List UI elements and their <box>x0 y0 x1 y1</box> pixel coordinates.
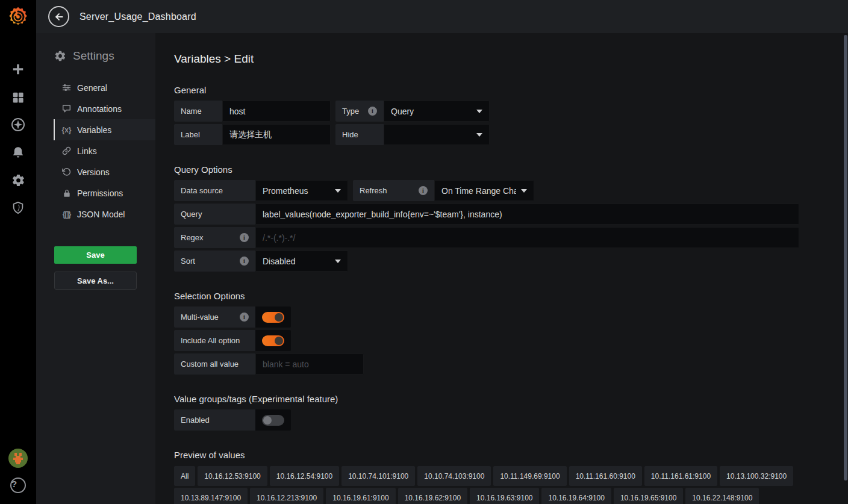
section-heading: Preview of values <box>174 450 848 460</box>
section-preview: Preview of values All10.16.12.53:910010.… <box>174 450 848 504</box>
save-as-button[interactable]: Save As... <box>54 272 137 290</box>
preview-values-list: All10.16.12.53:910010.16.12.54:910010.10… <box>174 466 810 504</box>
include-all-toggle[interactable] <box>255 330 291 351</box>
page-title: Variables > Edit <box>174 52 848 66</box>
query-label: Query <box>174 204 255 225</box>
nav-item-links[interactable]: Links <box>54 140 155 161</box>
scrollbar-thumb[interactable] <box>844 35 847 481</box>
name-label: Name <box>174 101 222 122</box>
custom-all-value-input[interactable] <box>255 353 364 375</box>
dashboards-icon[interactable] <box>11 90 25 104</box>
nav-item-versions[interactable]: Versions <box>54 161 155 182</box>
server-admin-shield-icon[interactable] <box>11 201 25 215</box>
section-value-groups: Value groups/tags (Experimental feature)… <box>174 394 848 431</box>
label-input[interactable] <box>222 124 331 145</box>
preview-value-chip: 10.13.89.147:9100 <box>174 488 248 504</box>
section-selection-options: Selection Options Multi-valuei Include A… <box>174 291 848 375</box>
lock-icon <box>61 189 72 198</box>
multi-value-toggle[interactable] <box>255 306 291 328</box>
hide-select[interactable] <box>384 124 490 145</box>
explore-compass-icon[interactable] <box>11 117 25 132</box>
refresh-select[interactable]: On Time Range Change <box>434 180 534 201</box>
grafana-logo[interactable] <box>0 0 36 33</box>
data-source-select[interactable]: Prometheus <box>255 180 348 201</box>
section-heading: Query Options <box>174 164 848 175</box>
preview-value-chip: 10.16.12.213:9100 <box>250 488 323 504</box>
multi-value-label: Multi-valuei <box>174 306 255 328</box>
help-icon[interactable]: ? <box>10 478 26 493</box>
top-navbar: Server_Usage_Dashboard <box>36 0 848 33</box>
name-input[interactable] <box>222 101 331 122</box>
regex-input[interactable] <box>255 227 799 248</box>
info-icon[interactable]: i <box>368 107 377 116</box>
preview-value-chip: 10.16.19.62:9100 <box>398 488 467 504</box>
preview-value-chip: All <box>174 466 195 486</box>
back-button[interactable] <box>48 6 69 27</box>
query-input[interactable] <box>255 204 799 225</box>
preview-value-chip: 10.16.12.53:9100 <box>198 466 267 486</box>
nav-item-label: Variables <box>77 125 111 135</box>
user-avatar[interactable] <box>8 449 28 468</box>
info-icon[interactable]: i <box>240 233 249 242</box>
nav-item-label: Permissions <box>77 188 123 198</box>
type-select[interactable]: Query <box>384 101 490 122</box>
nav-item-json-model[interactable]: {[]} JSON Model <box>54 204 155 225</box>
section-general: General Name Typei Query Label Hide <box>174 85 848 145</box>
nav-item-general[interactable]: General <box>54 77 155 98</box>
json-braces-icon: {[]} <box>61 210 72 219</box>
toggle-pill <box>262 335 284 346</box>
help-glyph: ? <box>11 479 17 489</box>
preview-value-chip: 10.11.161.61:9100 <box>644 466 717 486</box>
refresh-label: Refreshi <box>353 180 434 201</box>
preview-value-chip: 10.16.19.64:9100 <box>541 488 611 504</box>
nav-item-label: Links <box>77 146 97 156</box>
braces-x-icon: {x} <box>61 126 72 134</box>
save-button[interactable]: Save <box>54 246 137 264</box>
settings-header: Settings <box>36 49 155 63</box>
alerting-bell-icon[interactable] <box>11 145 25 160</box>
settings-sidebar: Settings General Annotations {x} Variabl… <box>36 33 155 504</box>
info-icon[interactable]: i <box>240 313 249 322</box>
custom-all-value-label: Custom all value <box>174 353 255 375</box>
sort-select[interactable]: Disabled <box>255 250 348 272</box>
section-query-options: Query Options Data source Prometheus Ref… <box>174 164 848 272</box>
nav-item-label: Annotations <box>77 104 122 114</box>
preview-value-chip: 10.10.74.101:9100 <box>341 466 415 486</box>
nav-item-label: Versions <box>77 167 110 177</box>
chevron-down-icon <box>521 189 527 193</box>
chevron-down-icon <box>335 260 341 263</box>
chevron-down-icon <box>476 110 482 113</box>
preview-value-chip: 10.16.19.63:9100 <box>470 488 539 504</box>
dashboard-title: Server_Usage_Dashboard <box>80 11 196 22</box>
nav-item-label: General <box>77 83 107 93</box>
sort-label: Sorti <box>174 250 255 272</box>
section-heading: Selection Options <box>174 291 848 301</box>
nav-item-permissions[interactable]: Permissions <box>54 182 155 204</box>
settings-title: Settings <box>73 49 114 63</box>
nav-buttons: Save Save As... <box>54 246 137 290</box>
section-heading: General <box>174 85 848 95</box>
data-source-label: Data source <box>174 180 255 201</box>
variable-editor: Variables > Edit General Name Typei Quer… <box>155 33 848 504</box>
info-icon[interactable]: i <box>240 257 249 266</box>
configuration-gear-icon[interactable] <box>11 173 25 187</box>
preview-value-chip: 10.10.74.103:9100 <box>417 466 491 486</box>
include-all-label: Include All option <box>174 330 255 351</box>
enabled-label: Enabled <box>174 409 255 431</box>
info-icon[interactable]: i <box>419 186 428 195</box>
history-icon <box>61 167 72 176</box>
type-label: Typei <box>335 101 384 122</box>
nav-item-annotations[interactable]: Annotations <box>54 98 155 119</box>
preview-value-chip: 10.11.149.69:9100 <box>493 466 566 486</box>
preview-value-chip: 10.13.100.32:9100 <box>720 466 793 486</box>
settings-gear-icon <box>54 50 66 62</box>
nav-item-label: JSON Model <box>77 210 125 219</box>
toggle-pill <box>262 312 284 323</box>
left-rail: ? <box>0 0 36 504</box>
chevron-down-icon <box>335 189 341 193</box>
add-icon[interactable] <box>11 62 25 76</box>
preview-value-chip: 10.11.161.60:9100 <box>569 466 642 486</box>
hide-label: Hide <box>335 124 384 145</box>
nav-item-variables[interactable]: {x} Variables <box>54 119 155 140</box>
enabled-toggle[interactable] <box>255 409 291 431</box>
